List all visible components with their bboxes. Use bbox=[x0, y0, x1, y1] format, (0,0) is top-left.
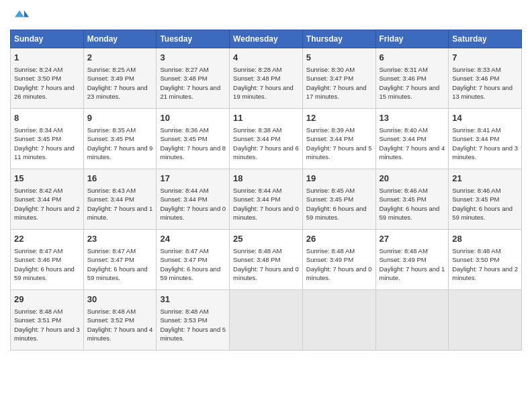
sunset: Sunset: 3:50 PM bbox=[452, 256, 499, 263]
sunrise: Sunrise: 8:24 AM bbox=[14, 66, 62, 73]
sunrise: Sunrise: 8:48 AM bbox=[160, 308, 208, 315]
daylight: Daylight: 7 hours and 19 minutes. bbox=[233, 84, 294, 100]
day-cell: 9Sunrise: 8:35 AMSunset: 3:45 PMDaylight… bbox=[83, 109, 157, 169]
sunset: Sunset: 3:45 PM bbox=[452, 195, 499, 203]
daylight: Daylight: 7 hours and 0 minutes. bbox=[233, 205, 299, 221]
sunrise: Sunrise: 8:39 AM bbox=[306, 126, 355, 134]
sunset: Sunset: 3:47 PM bbox=[87, 256, 134, 263]
col-header-saturday: Saturday bbox=[449, 30, 522, 48]
sunset: Sunset: 3:48 PM bbox=[160, 75, 207, 82]
week-row-5: 29Sunrise: 8:48 AMSunset: 3:51 PMDayligh… bbox=[11, 290, 522, 351]
logo bbox=[10, 7, 31, 26]
sunset: Sunset: 3:47 PM bbox=[306, 75, 353, 82]
day-number: 7 bbox=[452, 52, 518, 64]
day-number: 17 bbox=[160, 173, 226, 185]
day-cell: 31Sunrise: 8:48 AMSunset: 3:53 PMDayligh… bbox=[157, 290, 230, 351]
daylight: Daylight: 7 hours and 0 minutes. bbox=[306, 265, 372, 281]
sunrise: Sunrise: 8:44 AM bbox=[160, 187, 208, 194]
col-header-monday: Monday bbox=[83, 30, 157, 48]
daylight: Daylight: 7 hours and 21 minutes. bbox=[160, 84, 220, 100]
day-number: 14 bbox=[452, 112, 518, 124]
day-number: 30 bbox=[87, 293, 153, 306]
daylight: Daylight: 7 hours and 3 minutes. bbox=[452, 144, 518, 161]
sunset: Sunset: 3:44 PM bbox=[380, 135, 427, 142]
col-header-sunday: Sunday bbox=[11, 30, 84, 48]
sunset: Sunset: 3:48 PM bbox=[233, 256, 280, 263]
week-row-1: 1Sunrise: 8:24 AMSunset: 3:50 PMDaylight… bbox=[11, 48, 522, 109]
sunrise: Sunrise: 8:28 AM bbox=[233, 66, 281, 73]
daylight: Daylight: 7 hours and 6 minutes. bbox=[233, 144, 299, 161]
daylight: Daylight: 7 hours and 5 minutes. bbox=[160, 326, 226, 342]
daylight: Daylight: 7 hours and 0 minutes. bbox=[160, 205, 226, 221]
sunrise: Sunrise: 8:38 AM bbox=[233, 126, 281, 134]
day-number: 25 bbox=[233, 233, 299, 245]
day-cell: 4Sunrise: 8:28 AMSunset: 3:48 PMDaylight… bbox=[230, 48, 303, 109]
sunset: Sunset: 3:50 PM bbox=[14, 75, 61, 82]
day-number: 11 bbox=[233, 112, 299, 124]
week-row-3: 15Sunrise: 8:42 AMSunset: 3:44 PMDayligh… bbox=[11, 169, 522, 230]
col-header-tuesday: Tuesday bbox=[157, 30, 230, 48]
header bbox=[10, 7, 522, 26]
sunset: Sunset: 3:44 PM bbox=[233, 195, 280, 203]
sunrise: Sunrise: 8:33 AM bbox=[452, 66, 500, 73]
sunrise: Sunrise: 8:48 AM bbox=[380, 247, 428, 255]
day-number: 13 bbox=[380, 112, 445, 124]
day-cell: 24Sunrise: 8:47 AMSunset: 3:47 PMDayligh… bbox=[157, 230, 230, 290]
sunrise: Sunrise: 8:30 AM bbox=[306, 66, 355, 73]
daylight: Daylight: 6 hours and 59 minutes. bbox=[380, 205, 440, 221]
day-cell: 2Sunrise: 8:25 AMSunset: 3:49 PMDaylight… bbox=[83, 48, 157, 109]
day-cell bbox=[449, 290, 522, 351]
sunrise: Sunrise: 8:41 AM bbox=[452, 126, 500, 134]
sunset: Sunset: 3:47 PM bbox=[160, 256, 207, 263]
sunrise: Sunrise: 8:48 AM bbox=[306, 247, 355, 255]
sunrise: Sunrise: 8:43 AM bbox=[87, 187, 136, 194]
col-header-friday: Friday bbox=[375, 30, 449, 48]
week-row-2: 8Sunrise: 8:34 AMSunset: 3:45 PMDaylight… bbox=[11, 109, 522, 169]
sunset: Sunset: 3:44 PM bbox=[87, 195, 134, 203]
daylight: Daylight: 7 hours and 23 minutes. bbox=[87, 84, 148, 100]
sunrise: Sunrise: 8:48 AM bbox=[87, 308, 136, 315]
day-cell: 30Sunrise: 8:48 AMSunset: 3:52 PMDayligh… bbox=[83, 290, 157, 351]
day-number: 18 bbox=[233, 173, 299, 185]
daylight: Daylight: 7 hours and 26 minutes. bbox=[14, 84, 75, 100]
day-cell: 29Sunrise: 8:48 AMSunset: 3:51 PMDayligh… bbox=[11, 290, 84, 351]
sunset: Sunset: 3:48 PM bbox=[233, 75, 280, 82]
daylight: Daylight: 6 hours and 59 minutes. bbox=[306, 205, 367, 221]
sunset: Sunset: 3:45 PM bbox=[380, 195, 427, 203]
sunrise: Sunrise: 8:46 AM bbox=[380, 187, 428, 194]
day-number: 19 bbox=[306, 173, 372, 185]
col-header-wednesday: Wednesday bbox=[230, 30, 303, 48]
day-cell: 22Sunrise: 8:47 AMSunset: 3:46 PMDayligh… bbox=[11, 230, 84, 290]
calendar-body: 1Sunrise: 8:24 AMSunset: 3:50 PMDaylight… bbox=[11, 48, 522, 351]
sunset: Sunset: 3:44 PM bbox=[306, 135, 353, 142]
day-number: 16 bbox=[87, 173, 153, 185]
sunrise: Sunrise: 8:45 AM bbox=[306, 187, 355, 194]
day-cell: 17Sunrise: 8:44 AMSunset: 3:44 PMDayligh… bbox=[157, 169, 230, 230]
daylight: Daylight: 7 hours and 4 minutes. bbox=[87, 326, 153, 342]
sunrise: Sunrise: 8:35 AM bbox=[87, 126, 136, 134]
calendar-table: SundayMondayTuesdayWednesdayThursdayFrid… bbox=[10, 30, 522, 351]
sunrise: Sunrise: 8:48 AM bbox=[14, 308, 62, 315]
sunset: Sunset: 3:44 PM bbox=[160, 195, 207, 203]
day-cell: 21Sunrise: 8:46 AMSunset: 3:45 PMDayligh… bbox=[449, 169, 522, 230]
sunrise: Sunrise: 8:48 AM bbox=[452, 247, 500, 255]
sunset: Sunset: 3:45 PM bbox=[14, 135, 61, 142]
sunrise: Sunrise: 8:47 AM bbox=[160, 247, 208, 255]
day-cell bbox=[302, 290, 375, 351]
daylight: Daylight: 6 hours and 59 minutes. bbox=[452, 205, 513, 221]
day-number: 2 bbox=[87, 52, 153, 64]
sunset: Sunset: 3:45 PM bbox=[160, 135, 207, 142]
day-cell bbox=[230, 290, 303, 351]
svg-marker-0 bbox=[24, 11, 29, 17]
day-number: 22 bbox=[14, 233, 80, 245]
sunrise: Sunrise: 8:40 AM bbox=[380, 126, 428, 134]
daylight: Daylight: 7 hours and 3 minutes. bbox=[14, 326, 80, 342]
sunset: Sunset: 3:52 PM bbox=[87, 316, 134, 324]
calendar-header-row: SundayMondayTuesdayWednesdayThursdayFrid… bbox=[11, 30, 522, 48]
day-cell: 20Sunrise: 8:46 AMSunset: 3:45 PMDayligh… bbox=[375, 169, 449, 230]
day-number: 10 bbox=[160, 112, 226, 124]
day-cell: 15Sunrise: 8:42 AMSunset: 3:44 PMDayligh… bbox=[11, 169, 84, 230]
sunrise: Sunrise: 8:36 AM bbox=[160, 126, 208, 134]
daylight: Daylight: 7 hours and 2 minutes. bbox=[452, 265, 518, 281]
day-cell: 6Sunrise: 8:31 AMSunset: 3:46 PMDaylight… bbox=[375, 48, 449, 109]
